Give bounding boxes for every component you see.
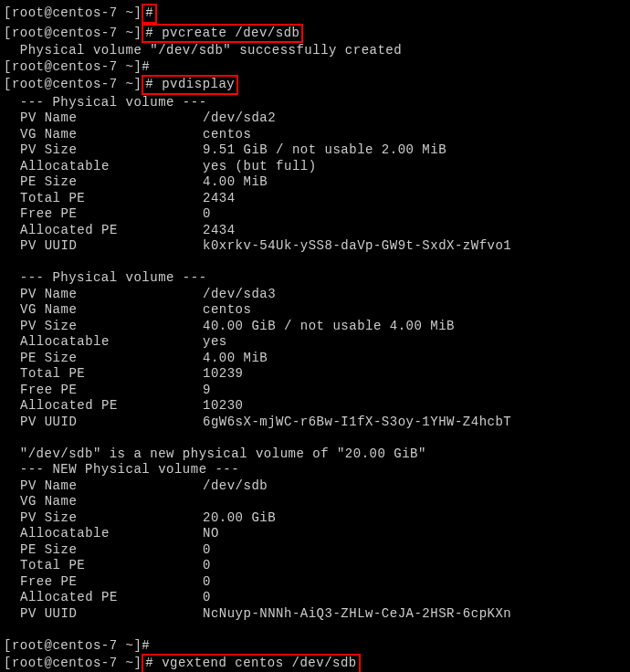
- value: 9: [203, 383, 211, 399]
- highlight-empty: #: [142, 4, 157, 24]
- pv1-alloc: Allocatableyes (but full): [4, 159, 626, 175]
- value: centos: [203, 127, 251, 143]
- label: Allocated PE: [20, 398, 203, 415]
- newpv-message: "/dev/sdb" is a new physical volume of "…: [4, 446, 626, 463]
- label: PV UUID: [20, 238, 203, 255]
- label: PV Size: [20, 510, 203, 527]
- pvdisplay-command[interactable]: pvdisplay: [153, 77, 235, 91]
- pv3-alloc: AllocatableNO: [4, 526, 626, 542]
- prompt-line-4: [root@centos-7 ~]# pvdisplay: [4, 75, 626, 95]
- pvcreate-command[interactable]: pvcreate /dev/sdb: [153, 26, 299, 40]
- pv3-pesize: PE Size0: [4, 542, 626, 559]
- value: /dev/sda3: [203, 287, 276, 303]
- pv3-freepe: Free PE0: [4, 574, 626, 591]
- prompt-hash: #: [145, 5, 153, 20]
- prompt: [root@centos-7 ~]: [4, 77, 142, 93]
- value: 0: [203, 574, 211, 591]
- pv2-allocpe: Allocated PE10230: [4, 398, 626, 415]
- pv-header-new: --- NEW Physical volume ---: [4, 462, 626, 478]
- pv3-uuid: PV UUIDNcNuyp-NNNh-AiQ3-ZHLw-CeJA-2HSR-6…: [4, 606, 626, 623]
- pv2-name: PV Name/dev/sda3: [4, 287, 626, 303]
- label: VG Name: [20, 494, 203, 510]
- pv3-size: PV Size20.00 GiB: [4, 510, 626, 527]
- label: Free PE: [20, 206, 203, 223]
- highlight-pvdisplay: # pvdisplay: [142, 75, 238, 95]
- value: k0xrkv-54Uk-ySS8-daVp-GW9t-SxdX-zWfvo1: [203, 238, 511, 255]
- label: Total PE: [20, 191, 203, 207]
- value: 0: [203, 558, 211, 574]
- spacer: [4, 255, 626, 271]
- value: 10230: [203, 398, 244, 415]
- pv3-allocpe: Allocated PE0: [4, 590, 626, 606]
- label: Total PE: [20, 366, 203, 383]
- prompt-hash: #: [145, 656, 153, 670]
- vgextend-command[interactable]: vgextend centos /dev/sdb: [153, 656, 357, 670]
- pv1-pesize: PE Size4.00 MiB: [4, 174, 626, 191]
- prompt-hash: #: [145, 77, 153, 91]
- pv2-freepe: Free PE9: [4, 383, 626, 399]
- value: 2434: [203, 191, 236, 207]
- label: PE Size: [20, 351, 203, 367]
- label: PV Size: [20, 142, 203, 159]
- label: VG Name: [20, 302, 203, 319]
- pv2-vg: VG Namecentos: [4, 302, 626, 319]
- highlight-vgextend: # vgextend centos /dev/sdb: [142, 654, 360, 672]
- pv2-size: PV Size40.00 GiB / not usable 4.00 MiB: [4, 319, 626, 335]
- value: /dev/sdb: [203, 478, 268, 495]
- label: Allocated PE: [20, 223, 203, 239]
- label: PE Size: [20, 542, 203, 559]
- label: PV Name: [20, 478, 203, 495]
- spacer: [4, 622, 626, 638]
- highlight-pvcreate: # pvcreate /dev/sdb: [142, 24, 303, 44]
- value: 0: [203, 590, 211, 606]
- value: /dev/sda2: [203, 110, 276, 127]
- label: PV UUID: [20, 606, 203, 623]
- pv2-uuid: PV UUID6gW6sX-mjWC-r6Bw-I1fX-S3oy-1YHW-Z…: [4, 415, 626, 431]
- label: PV UUID: [20, 415, 203, 431]
- label: VG Name: [20, 127, 203, 143]
- label: Free PE: [20, 574, 203, 591]
- pv3-name: PV Name/dev/sdb: [4, 478, 626, 495]
- label: Free PE: [20, 383, 203, 399]
- label: Allocated PE: [20, 590, 203, 606]
- value: 0: [203, 542, 211, 559]
- prompt-hash: #: [145, 26, 153, 40]
- value: NcNuyp-NNNh-AiQ3-ZHLw-CeJA-2HSR-6cpKXn: [203, 606, 511, 623]
- pv2-totpe: Total PE10239: [4, 366, 626, 383]
- prompt-line-6: [root@centos-7 ~]# vgextend centos /dev/…: [4, 654, 626, 672]
- pv2-pesize: PE Size4.00 MiB: [4, 351, 626, 367]
- value: 4.00 MiB: [203, 174, 268, 191]
- prompt-line-3: [root@centos-7 ~]#: [4, 59, 626, 76]
- pv3-totpe: Total PE0: [4, 558, 626, 574]
- pv1-allocpe: Allocated PE2434: [4, 223, 626, 239]
- value: 10239: [203, 366, 244, 383]
- label: PV Name: [20, 287, 203, 303]
- value: 0: [203, 206, 211, 223]
- prompt-line-5: [root@centos-7 ~]#: [4, 638, 626, 655]
- prompt-hash: #: [142, 638, 150, 655]
- pv1-totpe: Total PE2434: [4, 191, 626, 207]
- prompt: [root@centos-7 ~]: [4, 26, 142, 42]
- value: yes (but full): [203, 159, 317, 175]
- pv1-size: PV Size9.51 GiB / not usable 2.00 MiB: [4, 142, 626, 159]
- spacer: [4, 430, 626, 446]
- pv1-vg: VG Namecentos: [4, 127, 626, 143]
- label: Allocatable: [20, 159, 203, 175]
- value: 4.00 MiB: [203, 351, 268, 367]
- label: PE Size: [20, 174, 203, 191]
- value: 6gW6sX-mjWC-r6Bw-I1fX-S3oy-1YHW-Z4hcbT: [203, 415, 511, 431]
- prompt: [root@centos-7 ~]: [4, 638, 142, 655]
- prompt: [root@centos-7 ~]: [4, 59, 142, 76]
- value: 40.00 GiB / not usable 4.00 MiB: [203, 319, 455, 335]
- prompt: [root@centos-7 ~]: [4, 656, 142, 672]
- value: centos: [203, 302, 251, 319]
- pv-header-1: --- Physical volume ---: [4, 95, 626, 111]
- value: NO: [203, 526, 219, 542]
- value: 2434: [203, 223, 236, 239]
- pv2-alloc: Allocatableyes: [4, 334, 626, 351]
- value: 9.51 GiB / not usable 2.00 MiB: [203, 142, 446, 159]
- prompt-line-2: [root@centos-7 ~]# pvcreate /dev/sdb: [4, 24, 626, 44]
- pvcreate-output: Physical volume "/dev/sdb" successfully …: [4, 43, 626, 59]
- value: yes: [203, 334, 227, 351]
- pv1-uuid: PV UUIDk0xrkv-54Uk-ySS8-daVp-GW9t-SxdX-z…: [4, 238, 626, 255]
